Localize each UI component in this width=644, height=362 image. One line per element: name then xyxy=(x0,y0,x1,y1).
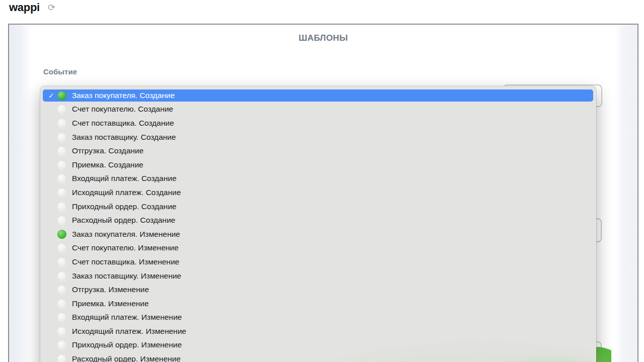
option-label: Заказ поставщику. Создание xyxy=(72,133,176,142)
status-dot-icon xyxy=(57,202,66,211)
option-label: Счет покупателю. Изменение xyxy=(72,243,179,252)
dropdown-option[interactable]: Входящий платеж. Изменение xyxy=(43,311,593,325)
dropdown-option[interactable]: Расходный ордер. Создание xyxy=(43,213,593,227)
option-label: Счет поставщика. Создание xyxy=(72,119,174,128)
refresh-icon[interactable]: ⟳ xyxy=(48,2,55,13)
brand-logo: wappi xyxy=(9,1,40,14)
status-dot-icon xyxy=(57,257,66,266)
status-dot-icon xyxy=(57,299,66,308)
dropdown-option[interactable]: Счет поставщика. Создание xyxy=(43,116,593,130)
status-dot-icon xyxy=(57,174,66,183)
check-icon: ✓ xyxy=(48,92,57,100)
option-label: Заказ покупателя. Создание xyxy=(72,91,175,100)
status-dot-icon xyxy=(57,313,66,322)
status-dot-icon xyxy=(57,160,66,169)
status-dot-icon xyxy=(57,133,66,142)
right-margin-strip xyxy=(614,25,637,362)
dropdown-option[interactable]: Исходящий платеж. Создание xyxy=(43,186,593,200)
status-dot-icon xyxy=(57,340,66,349)
topbar: wappi ⟳ xyxy=(0,0,644,24)
option-label: Исходящий платеж. Создание xyxy=(72,188,181,197)
page-title: ШАБЛОНЫ xyxy=(8,33,638,43)
status-dot-icon xyxy=(57,91,66,100)
status-dot-icon xyxy=(57,188,66,197)
dropdown-option[interactable]: Приходный ордер. Изменение xyxy=(43,338,593,352)
dropdown-option[interactable]: Счет поставщика. Изменение xyxy=(43,255,593,269)
page: wappi ⟳ ШАБЛОНЫ Событие ✓ Заказ покупате… xyxy=(0,0,644,362)
dropdown-option[interactable]: Отгрузка. Создание xyxy=(43,144,593,158)
option-label: Приемка. Изменение xyxy=(72,299,149,308)
option-label: Приходный ордер. Изменение xyxy=(72,340,182,349)
status-dot-icon xyxy=(57,105,66,114)
dropdown-option[interactable]: Заказ поставщику. Создание xyxy=(43,130,593,144)
option-label: Входящий платеж. Изменение xyxy=(72,313,182,322)
option-label: Счет поставщика. Изменение xyxy=(72,257,179,266)
status-dot-icon xyxy=(57,327,66,336)
dropdown-option[interactable]: Счет покупателю. Создание xyxy=(43,103,593,117)
status-dot-icon xyxy=(57,243,66,252)
status-dot-icon xyxy=(57,285,66,294)
status-dot-icon xyxy=(57,354,66,362)
option-label: Входящий платеж. Создание xyxy=(72,174,177,183)
dropdown-option[interactable]: Счет покупателю. Изменение xyxy=(43,241,593,255)
dropdown-option[interactable]: Приходный ордер. Создание xyxy=(43,200,593,214)
option-label: Приемка. Создание xyxy=(72,160,143,169)
dropdown-option[interactable]: Входящий платеж. Создание xyxy=(43,172,593,186)
status-dot-icon xyxy=(57,119,66,128)
dropdown-options-list: ✓ Заказ покупателя. Создание Счет покупа… xyxy=(40,86,596,362)
option-label: Приходный ордер. Создание xyxy=(72,202,177,211)
option-label: Расходный ордер. Изменение xyxy=(72,354,181,362)
option-label: Заказ покупателя. Изменение xyxy=(72,230,180,239)
option-label: Отгрузка. Создание xyxy=(72,146,143,155)
left-margin-strip xyxy=(9,25,30,362)
event-dropdown-popup: ✓ Заказ покупателя. Создание Счет покупа… xyxy=(40,86,596,362)
status-dot-icon xyxy=(57,146,66,155)
status-dot-icon xyxy=(57,272,66,281)
dropdown-option[interactable]: Расходный ордер. Изменение xyxy=(43,352,593,362)
option-label: Отгрузка. Изменение xyxy=(72,285,149,294)
event-field-label: Событие xyxy=(43,67,77,76)
status-dot-icon xyxy=(57,216,66,225)
dropdown-option[interactable]: Приемка. Изменение xyxy=(43,297,593,311)
option-label: Исходящий платеж. Изменение xyxy=(72,327,186,336)
status-dot-icon xyxy=(57,230,66,239)
option-label: Расходный ордер. Создание xyxy=(72,216,175,225)
option-label: Заказ поставщику. Изменение xyxy=(72,272,181,281)
dropdown-option[interactable]: Приемка. Создание xyxy=(43,158,593,172)
dropdown-option[interactable]: ✓ Заказ покупателя. Создание xyxy=(43,89,593,102)
dropdown-option[interactable]: Отгрузка. Изменение xyxy=(43,283,593,297)
option-label: Счет покупателю. Создание xyxy=(72,105,173,114)
dropdown-option[interactable]: Заказ поставщику. Изменение xyxy=(43,269,593,283)
dropdown-option[interactable]: Заказ покупателя. Изменение xyxy=(43,227,593,241)
dropdown-option[interactable]: Исходящий платеж. Изменение xyxy=(43,324,593,338)
